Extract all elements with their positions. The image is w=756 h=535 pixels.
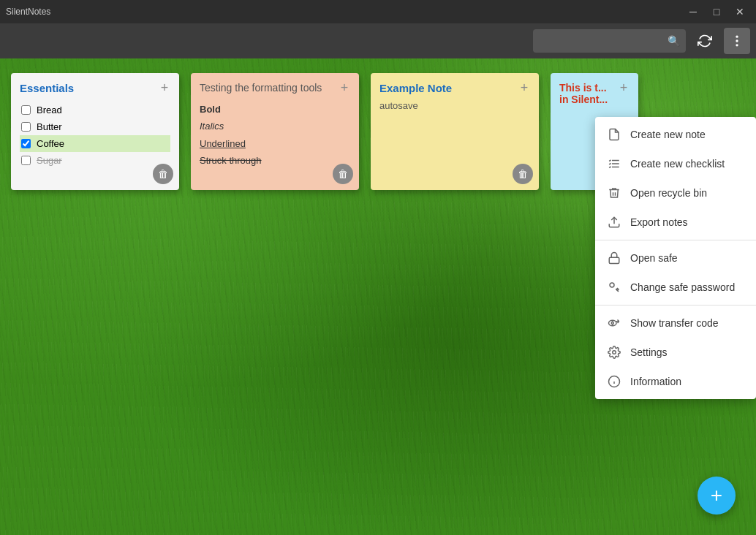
checklist-item-label: Bread: [37, 105, 62, 115]
sync-button[interactable]: [692, 28, 718, 54]
example-add-button[interactable]: +: [515, 79, 533, 96]
create-checklist-icon: [607, 156, 621, 171]
formatting-note-title: Testing the formatting tools: [200, 82, 350, 94]
settings-icon: [607, 345, 621, 360]
app-title: SilentNotes: [6, 7, 50, 17]
underline-text: Underlined: [200, 135, 350, 152]
example-note-content: autosave: [379, 100, 530, 111]
checkbox-butter[interactable]: [21, 122, 31, 132]
italic-text: Italics: [200, 118, 350, 134]
menu-divider-2: [595, 305, 756, 306]
fab-button[interactable]: +: [698, 477, 736, 515]
dropdown-menu: Create new note Create new checklist Ope…: [595, 117, 756, 399]
information-icon: [607, 374, 621, 389]
checklist-item-label: Sugar: [37, 155, 62, 166]
search-input[interactable]: [539, 36, 662, 47]
svg-point-1: [736, 39, 738, 42]
transfer-code-icon: [607, 316, 621, 330]
svg-point-0: [736, 36, 738, 38]
menu-item-label: Export notes: [630, 216, 688, 228]
menu-item-create-note[interactable]: Create new note: [595, 120, 756, 149]
maximize-button[interactable]: □: [706, 1, 727, 22]
menu-item-label: Show transfer code: [630, 317, 719, 329]
search-bar[interactable]: 🔍: [533, 29, 686, 53]
example-note[interactable]: + Example Note autosave 🗑: [371, 73, 539, 190]
open-safe-icon: [607, 251, 621, 265]
checkbox-coffee[interactable]: [21, 139, 31, 148]
svg-point-2: [736, 44, 738, 46]
checklist-item-sugar: Sugar: [20, 152, 170, 169]
example-delete-button[interactable]: 🗑: [513, 164, 533, 184]
bold-text: Bold: [200, 101, 350, 118]
menu-item-export[interactable]: Export notes: [595, 208, 756, 237]
checklist-note[interactable]: + Essentials Bread Butter Coffee Sugar 🗑: [11, 73, 179, 190]
checkbox-sugar[interactable]: [21, 156, 31, 165]
menu-item-label: Create new checklist: [630, 158, 725, 170]
menu-divider-1: [595, 240, 756, 240]
svg-point-8: [610, 283, 614, 287]
checkbox-bread[interactable]: [21, 105, 31, 115]
checklist-item-butter: Butter: [20, 118, 170, 135]
menu-item-label: Open recycle bin: [630, 187, 707, 199]
change-password-icon: [607, 280, 621, 295]
menu-item-settings[interactable]: Settings: [595, 338, 756, 367]
checklist-item-coffee: Coffee: [20, 135, 170, 152]
close-button[interactable]: ✕: [730, 1, 750, 22]
fourth-add-button[interactable]: +: [615, 79, 632, 96]
checklist-item-label: Butter: [37, 121, 62, 132]
notes-container: + Essentials Bread Butter Coffee Sugar 🗑: [11, 73, 638, 190]
titlebar: SilentNotes ─ □ ✕: [0, 0, 756, 23]
formatting-note[interactable]: + Testing the formatting tools Bold Ital…: [191, 73, 359, 190]
menu-item-label: Change safe password: [630, 281, 735, 293]
strikethrough-text: Struck through: [200, 152, 350, 169]
svg-point-9: [611, 322, 613, 325]
svg-point-14: [613, 351, 616, 354]
window-controls: ─ □ ✕: [683, 1, 750, 22]
menu-item-recycle-bin[interactable]: Open recycle bin: [595, 178, 756, 208]
more-vert-icon: [730, 34, 744, 48]
menu-item-label: Settings: [630, 346, 668, 358]
toolbar: 🔍: [0, 23, 756, 58]
menu-item-label: Open safe: [630, 252, 678, 264]
formatting-add-button[interactable]: +: [336, 79, 353, 96]
menu-item-open-safe[interactable]: Open safe: [595, 243, 756, 273]
formatting-delete-button[interactable]: 🗑: [333, 164, 353, 184]
export-icon: [607, 215, 621, 229]
checklist-delete-button[interactable]: 🗑: [153, 164, 173, 184]
create-note-icon: [607, 127, 621, 142]
minimize-button[interactable]: ─: [683, 1, 703, 22]
checklist-title: Essentials: [20, 82, 170, 94]
recycle-bin-icon: [607, 186, 621, 200]
menu-button[interactable]: [724, 28, 750, 54]
menu-item-change-password[interactable]: Change safe password: [595, 273, 756, 302]
menu-item-label: Information: [630, 376, 681, 387]
checklist-item-bread: Bread: [20, 102, 170, 118]
svg-rect-7: [609, 257, 619, 263]
checklist-item-label: Coffee: [37, 138, 64, 149]
example-note-title: Example Note: [379, 82, 530, 94]
checklist-add-button[interactable]: +: [156, 79, 173, 96]
menu-item-transfer-code[interactable]: Show transfer code: [595, 308, 756, 338]
menu-item-information[interactable]: Information: [595, 367, 756, 396]
sync-icon: [698, 34, 712, 48]
fab-icon: +: [711, 484, 722, 507]
search-icon: 🔍: [668, 35, 680, 47]
main-area: + Essentials Bread Butter Coffee Sugar 🗑: [0, 58, 756, 535]
menu-item-label: Create new note: [630, 129, 706, 140]
menu-item-create-checklist[interactable]: Create new checklist: [595, 149, 756, 178]
